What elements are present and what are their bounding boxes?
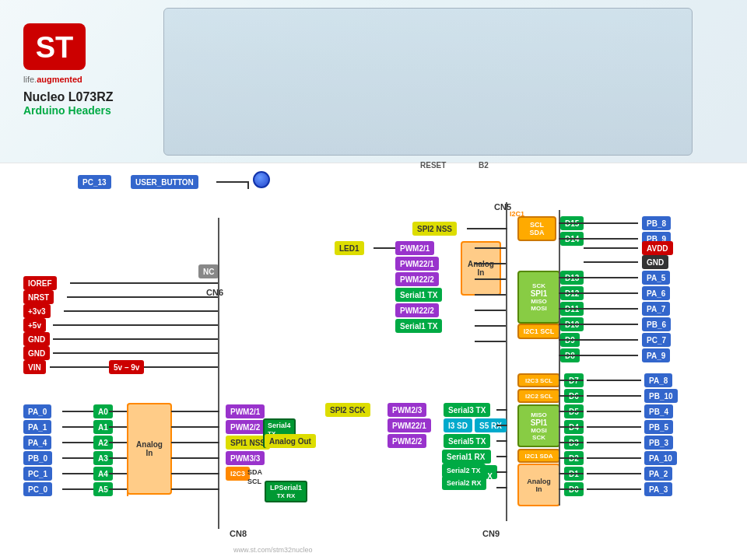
wire-pa1 [62, 426, 93, 428]
led1-label: LED1 [335, 241, 364, 255]
wire-top-cn5-6 [475, 325, 506, 327]
pb3-pin: PB_3 [644, 436, 673, 450]
analog-in-box-mid: AnalogIn [461, 241, 501, 296]
pb4-pin: PB_4 [644, 404, 673, 418]
wire-d5 [587, 411, 641, 412]
spi2-sck-label: SPI2 SCK [325, 403, 370, 417]
svg-text:ST: ST [36, 31, 74, 64]
pa9-pin: PA_9 [642, 348, 670, 362]
wire-an-r2 [171, 442, 219, 443]
wire-d15 [584, 222, 638, 224]
wire-top-cn5-1 [475, 247, 506, 249]
wire-cn5-d10 [559, 324, 584, 325]
wire-pc1 [62, 473, 93, 474]
wire-d9 [584, 339, 638, 341]
pb6-pin: PB_6 [642, 317, 671, 331]
wire-pc0 [62, 488, 93, 490]
pwm221-mid: PWM22/1 [395, 257, 439, 271]
serial3-tx: Serial3 TX [444, 403, 490, 417]
i2c3-cn8: I2C3 [226, 467, 250, 481]
pb10-pin: PB_10 [644, 389, 678, 403]
wire-cn5-d8 [559, 355, 584, 356]
i2c1-sda-box: I2C1 SDA [517, 449, 560, 463]
avdd-pin: AVDD [642, 241, 673, 255]
gnd1-pin: GND [23, 332, 50, 346]
cn5-line [559, 210, 560, 506]
board-title: Nucleo L073RZ [23, 90, 148, 104]
nc-label: NC [198, 264, 219, 278]
5v-pin: +5v [23, 318, 46, 332]
wire-d10 [584, 324, 638, 325]
3v3-pin: +3v3 [23, 304, 51, 318]
i2c3-scl-box: I2C3 SCL [517, 373, 560, 387]
gnd-pin-r: GND [642, 255, 668, 269]
spi1-box: SCK SPI1 MISO MOSI [517, 271, 560, 324]
wire-d13 [584, 277, 638, 278]
wire-gnd1 [53, 338, 218, 340]
wire-top-cn5-7 [475, 341, 506, 342]
serial1tx-top: Serial1 TX [395, 288, 442, 302]
wire-cn5-d14 [559, 238, 584, 240]
wire-cn9-d0 [559, 488, 584, 490]
wire-d3 [587, 442, 641, 443]
i3sd-label: I3 SD [444, 418, 472, 432]
wire-an-r1 [171, 426, 219, 428]
wire-mid-cn9-5 [496, 471, 507, 473]
analog-out-label: Analog Out [265, 434, 316, 448]
ioref-pin: IOREF [23, 276, 57, 290]
i2c1-top-box: SCLSDA [517, 216, 556, 241]
wire-cn5-d15 [559, 222, 584, 224]
wire-an-r5 [171, 488, 219, 490]
wire-cn9-d5 [559, 411, 584, 412]
wire-cn5-d11 [559, 308, 584, 310]
wire-led1 [374, 247, 397, 249]
wire-mid-cn9-1 [496, 409, 507, 411]
pa10-pin: PA_10 [644, 451, 677, 465]
board-subtitle: Arduino Headers [23, 104, 148, 117]
wire-d12 [584, 292, 638, 294]
pwm22-cn8: PWM2/2 [226, 420, 265, 434]
pa3-pin: PA_3 [644, 482, 672, 496]
life-augmented-text: life.augmented [23, 75, 148, 84]
pc1-pin: PC_1 [23, 467, 52, 481]
serial2-rx-label2: Serial2 RX [442, 476, 486, 490]
pb5-pin: PB_5 [644, 420, 673, 434]
wire-cn5-d12 [559, 292, 584, 294]
wire-top-cn5-4 [475, 294, 506, 296]
spi2-nss-label: SPI2 NSS [412, 222, 457, 236]
board-pcb [163, 8, 693, 156]
st-logo: ST [23, 23, 86, 70]
wire-gnd-r [584, 261, 638, 263]
cn8-label: CN8 [230, 529, 247, 538]
wire-mid-cn9-4 [496, 456, 507, 457]
wire-top-cn5-3 [475, 278, 506, 280]
pa2-pin: PA_2 [644, 467, 672, 481]
wire-d11 [584, 308, 638, 310]
wire-a5 [109, 488, 128, 490]
spi1-bot-box: MISO SPI1 MOSI SCK [517, 404, 560, 447]
wire-gnd2 [53, 352, 218, 354]
vin-pin: VIN [23, 360, 46, 374]
analog-in-left-border [127, 404, 128, 496]
wire-pa4 [62, 442, 93, 443]
gnd2-pin: GND [23, 346, 50, 360]
pb0-pin: PB_0 [23, 451, 52, 465]
pc0-pin: PC_0 [23, 482, 52, 496]
b2-label: B2 [479, 161, 489, 170]
pwm33-cn8: PWM3/3 [226, 451, 265, 465]
pc13-label: PC_13 [78, 175, 111, 189]
wire-pc13-v [247, 181, 249, 189]
user-button[interactable] [253, 171, 270, 188]
i2c1-top-label: I2C1 [510, 210, 524, 218]
watermark: www.st.com/stm32nucleo [233, 546, 313, 554]
logo-area: ST life.augmented Nucleo L073RZ Arduino … [23, 23, 148, 117]
wire-cn9-d1 [559, 473, 584, 474]
wire-an-r0 [171, 411, 219, 412]
wire-a4 [109, 473, 128, 474]
wire-5v [53, 324, 218, 326]
wire-an-r3 [171, 457, 219, 459]
wire-top-cn5-5 [475, 310, 506, 311]
wire-top-cn5-2 [475, 263, 506, 264]
wire-d8 [584, 355, 638, 356]
pwm222-bot: PWM22/2 [395, 303, 439, 317]
